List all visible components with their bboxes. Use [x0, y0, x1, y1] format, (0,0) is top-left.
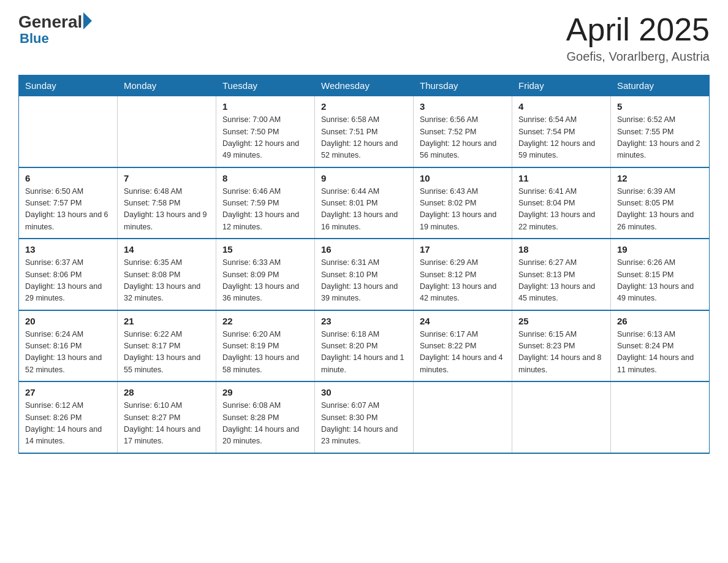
header-sunday: Sunday [19, 75, 118, 96]
day-number: 7 [124, 173, 210, 183]
day-info: Sunrise: 6:33 AM Sunset: 8:09 PM Dayligh… [222, 257, 308, 305]
day-info: Sunrise: 6:48 AM Sunset: 7:58 PM Dayligh… [124, 186, 210, 234]
day-info: Sunrise: 6:15 AM Sunset: 8:23 PM Dayligh… [518, 329, 604, 377]
calendar-cell: 14Sunrise: 6:35 AM Sunset: 8:08 PM Dayli… [118, 239, 216, 310]
calendar-cell: 15Sunrise: 6:33 AM Sunset: 8:09 PM Dayli… [216, 239, 315, 310]
calendar-cell: 10Sunrise: 6:43 AM Sunset: 8:02 PM Dayli… [414, 167, 512, 239]
day-number: 10 [420, 173, 506, 183]
day-number: 28 [124, 387, 210, 397]
day-info: Sunrise: 6:10 AM Sunset: 8:27 PM Dayligh… [124, 400, 210, 448]
calendar-cell [414, 381, 512, 453]
day-number: 21 [124, 316, 210, 326]
day-info: Sunrise: 6:29 AM Sunset: 8:12 PM Dayligh… [420, 257, 506, 305]
calendar-subtitle: Goefis, Vorarlberg, Austria [566, 50, 710, 64]
calendar-cell: 21Sunrise: 6:22 AM Sunset: 8:17 PM Dayli… [118, 310, 216, 382]
day-number: 30 [321, 387, 407, 397]
calendar-cell [118, 96, 216, 167]
day-number: 13 [25, 244, 111, 255]
header-monday: Monday [118, 75, 216, 96]
logo-arrow-icon [83, 12, 92, 29]
header-row: Sunday Monday Tuesday Wednesday Thursday… [19, 75, 710, 96]
calendar-cell [512, 381, 611, 453]
logo-blue-text: Blue [20, 31, 49, 47]
day-number: 25 [518, 316, 604, 326]
day-info: Sunrise: 6:50 AM Sunset: 7:57 PM Dayligh… [25, 186, 111, 234]
day-info: Sunrise: 6:39 AM Sunset: 8:05 PM Dayligh… [617, 186, 703, 234]
header-wednesday: Wednesday [315, 75, 414, 96]
day-info: Sunrise: 6:13 AM Sunset: 8:24 PM Dayligh… [617, 329, 703, 377]
day-number: 15 [222, 244, 308, 255]
day-info: Sunrise: 6:46 AM Sunset: 7:59 PM Dayligh… [222, 186, 308, 234]
header-friday: Friday [512, 75, 611, 96]
calendar-cell: 12Sunrise: 6:39 AM Sunset: 8:05 PM Dayli… [611, 167, 710, 239]
calendar-cell: 1Sunrise: 7:00 AM Sunset: 7:50 PM Daylig… [216, 96, 315, 167]
day-info: Sunrise: 6:08 AM Sunset: 8:28 PM Dayligh… [222, 400, 308, 448]
page-header: General Blue April 2025 Goefis, Vorarlbe… [18, 12, 710, 64]
calendar-cell [19, 96, 118, 167]
day-number: 9 [321, 173, 407, 183]
day-info: Sunrise: 6:18 AM Sunset: 8:20 PM Dayligh… [321, 329, 407, 377]
calendar-cell: 17Sunrise: 6:29 AM Sunset: 8:12 PM Dayli… [414, 239, 512, 310]
day-info: Sunrise: 6:24 AM Sunset: 8:16 PM Dayligh… [25, 329, 111, 377]
calendar-cell: 20Sunrise: 6:24 AM Sunset: 8:16 PM Dayli… [19, 310, 118, 382]
day-number: 12 [617, 173, 703, 183]
calendar-cell: 2Sunrise: 6:58 AM Sunset: 7:51 PM Daylig… [315, 96, 414, 167]
day-number: 3 [420, 101, 506, 112]
day-info: Sunrise: 6:31 AM Sunset: 8:10 PM Dayligh… [321, 257, 407, 305]
day-number: 11 [518, 173, 604, 183]
day-number: 23 [321, 316, 407, 326]
calendar-cell: 18Sunrise: 6:27 AM Sunset: 8:13 PM Dayli… [512, 239, 611, 310]
day-number: 5 [617, 101, 703, 112]
calendar-cell: 3Sunrise: 6:56 AM Sunset: 7:52 PM Daylig… [414, 96, 512, 167]
day-info: Sunrise: 6:54 AM Sunset: 7:54 PM Dayligh… [518, 114, 604, 162]
day-number: 29 [222, 387, 308, 397]
calendar-cell: 4Sunrise: 6:54 AM Sunset: 7:54 PM Daylig… [512, 96, 611, 167]
day-info: Sunrise: 7:00 AM Sunset: 7:50 PM Dayligh… [222, 114, 308, 162]
calendar-header: Sunday Monday Tuesday Wednesday Thursday… [19, 75, 710, 96]
day-number: 16 [321, 244, 407, 255]
calendar-title: April 2025 [566, 12, 710, 47]
day-number: 1 [222, 101, 308, 112]
header-tuesday: Tuesday [216, 75, 315, 96]
day-info: Sunrise: 6:41 AM Sunset: 8:04 PM Dayligh… [518, 186, 604, 234]
day-info: Sunrise: 6:35 AM Sunset: 8:08 PM Dayligh… [124, 257, 210, 305]
day-number: 27 [25, 387, 111, 397]
calendar-cell: 25Sunrise: 6:15 AM Sunset: 8:23 PM Dayli… [512, 310, 611, 382]
day-info: Sunrise: 6:37 AM Sunset: 8:06 PM Dayligh… [25, 257, 111, 305]
calendar-cell: 27Sunrise: 6:12 AM Sunset: 8:26 PM Dayli… [19, 381, 118, 453]
logo-general-text: General [18, 12, 82, 32]
header-thursday: Thursday [414, 75, 512, 96]
calendar-cell: 11Sunrise: 6:41 AM Sunset: 8:04 PM Dayli… [512, 167, 611, 239]
calendar-cell [611, 381, 710, 453]
calendar-cell: 23Sunrise: 6:18 AM Sunset: 8:20 PM Dayli… [315, 310, 414, 382]
calendar-cell: 16Sunrise: 6:31 AM Sunset: 8:10 PM Dayli… [315, 239, 414, 310]
day-number: 24 [420, 316, 506, 326]
calendar-cell: 26Sunrise: 6:13 AM Sunset: 8:24 PM Dayli… [611, 310, 710, 382]
calendar-cell: 29Sunrise: 6:08 AM Sunset: 8:28 PM Dayli… [216, 381, 315, 453]
day-number: 18 [518, 244, 604, 255]
calendar-cell: 9Sunrise: 6:44 AM Sunset: 8:01 PM Daylig… [315, 167, 414, 239]
day-info: Sunrise: 6:52 AM Sunset: 7:55 PM Dayligh… [617, 114, 703, 162]
day-info: Sunrise: 6:22 AM Sunset: 8:17 PM Dayligh… [124, 329, 210, 377]
day-number: 6 [25, 173, 111, 183]
calendar-cell: 6Sunrise: 6:50 AM Sunset: 7:57 PM Daylig… [19, 167, 118, 239]
logo: General Blue [18, 12, 92, 47]
calendar-cell: 24Sunrise: 6:17 AM Sunset: 8:22 PM Dayli… [414, 310, 512, 382]
day-info: Sunrise: 6:07 AM Sunset: 8:30 PM Dayligh… [321, 400, 407, 448]
day-number: 17 [420, 244, 506, 255]
calendar-cell: 7Sunrise: 6:48 AM Sunset: 7:58 PM Daylig… [118, 167, 216, 239]
day-info: Sunrise: 6:56 AM Sunset: 7:52 PM Dayligh… [420, 114, 506, 162]
calendar-cell: 19Sunrise: 6:26 AM Sunset: 8:15 PM Dayli… [611, 239, 710, 310]
day-number: 22 [222, 316, 308, 326]
calendar-cell: 28Sunrise: 6:10 AM Sunset: 8:27 PM Dayli… [118, 381, 216, 453]
day-info: Sunrise: 6:43 AM Sunset: 8:02 PM Dayligh… [420, 186, 506, 234]
calendar-cell: 30Sunrise: 6:07 AM Sunset: 8:30 PM Dayli… [315, 381, 414, 453]
day-number: 4 [518, 101, 604, 112]
day-number: 8 [222, 173, 308, 183]
day-number: 2 [321, 101, 407, 112]
day-info: Sunrise: 6:26 AM Sunset: 8:15 PM Dayligh… [617, 257, 703, 305]
day-info: Sunrise: 6:44 AM Sunset: 8:01 PM Dayligh… [321, 186, 407, 234]
day-number: 14 [124, 244, 210, 255]
day-info: Sunrise: 6:27 AM Sunset: 8:13 PM Dayligh… [518, 257, 604, 305]
title-section: April 2025 Goefis, Vorarlberg, Austria [566, 12, 710, 64]
